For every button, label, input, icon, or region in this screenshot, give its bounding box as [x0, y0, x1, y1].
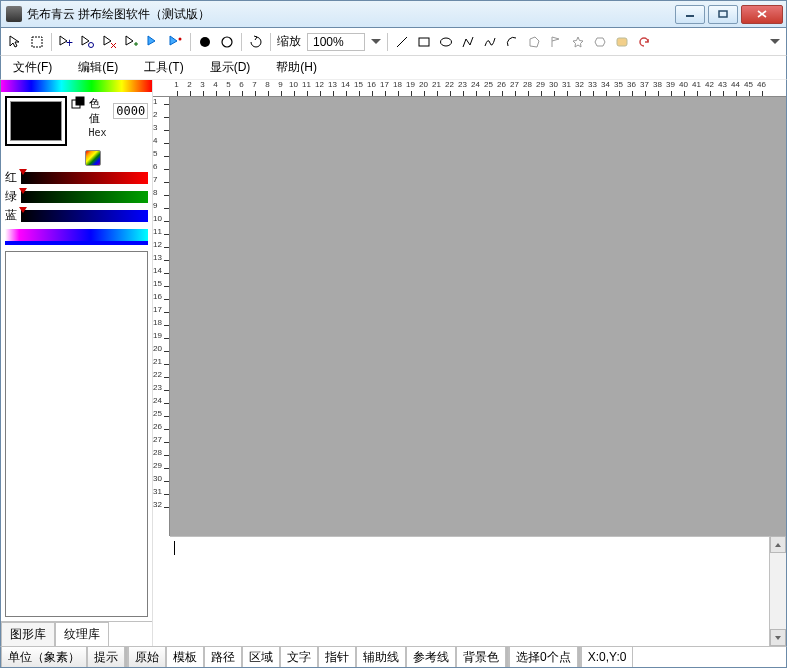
- minimize-button[interactable]: [675, 5, 705, 24]
- add-node-tool-icon[interactable]: +: [58, 34, 74, 50]
- scroll-down-button[interactable]: [770, 629, 786, 646]
- library-list[interactable]: [5, 251, 148, 617]
- ruler-tick: 22: [443, 80, 456, 96]
- svg-line-12: [397, 37, 407, 47]
- edit-node-tool-icon[interactable]: [80, 34, 96, 50]
- status-path[interactable]: 路径: [204, 647, 242, 667]
- ruler-tick: 1: [170, 80, 183, 96]
- ruler-vertical[interactable]: 1234567891011121314151617181920212223242…: [153, 97, 170, 536]
- polygon-tool-icon[interactable]: [526, 34, 542, 50]
- spectrum-strip-mid[interactable]: [5, 229, 148, 245]
- status-refline[interactable]: 参考线: [406, 647, 456, 667]
- rotate-tool-icon[interactable]: [248, 34, 264, 50]
- svg-point-6: [89, 42, 94, 47]
- ruler-tick: 35: [612, 80, 625, 96]
- green-slider[interactable]: [21, 191, 148, 203]
- stroke-circle-tool-icon[interactable]: [219, 34, 235, 50]
- palette-icon[interactable]: [85, 150, 101, 166]
- arc-tool-icon[interactable]: [504, 34, 520, 50]
- undo-icon[interactable]: [636, 34, 652, 50]
- ruler-tick: 2: [153, 110, 169, 123]
- status-guides[interactable]: 辅助线: [356, 647, 406, 667]
- roundrect-tool-icon[interactable]: [614, 34, 630, 50]
- drawing-canvas[interactable]: [170, 97, 786, 536]
- ruler-tick: 32: [573, 80, 586, 96]
- swap-colors-icon[interactable]: [71, 96, 85, 110]
- fill-circle-tool-icon[interactable]: [197, 34, 213, 50]
- selection-tool-icon[interactable]: [29, 34, 45, 50]
- node-tool-b-icon[interactable]: [168, 34, 184, 50]
- ruler-tick: 13: [153, 253, 169, 266]
- line-tool-icon[interactable]: [394, 34, 410, 50]
- ruler-tick: 8: [153, 188, 169, 201]
- status-bgcolor[interactable]: 背景色: [456, 647, 506, 667]
- ruler-tick: 40: [677, 80, 690, 96]
- status-template[interactable]: 模板: [166, 647, 204, 667]
- ruler-tick: 12: [153, 240, 169, 253]
- menu-help[interactable]: 帮助(H): [272, 57, 321, 78]
- move-node-tool-icon[interactable]: [124, 34, 140, 50]
- ellipse-tool-icon[interactable]: [438, 34, 454, 50]
- rect-tool-icon[interactable]: [416, 34, 432, 50]
- ruler-tick: 16: [365, 80, 378, 96]
- r-label: 红: [5, 169, 19, 186]
- status-pointer[interactable]: 指针: [318, 647, 356, 667]
- delete-node-tool-icon[interactable]: [102, 34, 118, 50]
- ruler-tick: 24: [153, 396, 169, 409]
- menu-edit[interactable]: 编辑(E): [74, 57, 122, 78]
- ruler-tick: 1: [153, 97, 169, 110]
- toolbar-overflow-icon[interactable]: [770, 39, 780, 44]
- ruler-tick: 8: [261, 80, 274, 96]
- ruler-tick: 34: [599, 80, 612, 96]
- menu-view[interactable]: 显示(D): [206, 57, 255, 78]
- red-slider[interactable]: [21, 172, 148, 184]
- ruler-tick: 20: [417, 80, 430, 96]
- status-original[interactable]: 原始: [128, 647, 166, 667]
- flag-tool-icon[interactable]: [548, 34, 564, 50]
- status-text[interactable]: 文字: [280, 647, 318, 667]
- pointer-tool-icon[interactable]: [7, 34, 23, 50]
- ruler-tick: 41: [690, 80, 703, 96]
- ruler-tick: 6: [235, 80, 248, 96]
- zoom-value-dropdown[interactable]: 100%: [307, 33, 365, 51]
- ruler-tick: 4: [209, 80, 222, 96]
- maximize-button[interactable]: [708, 5, 738, 24]
- polyline-tool-icon[interactable]: [460, 34, 476, 50]
- svg-point-9: [179, 37, 182, 40]
- tab-shapes[interactable]: 图形库: [1, 622, 55, 646]
- color-swatch-primary[interactable]: [5, 96, 67, 146]
- hex-label: 色值: [89, 96, 111, 126]
- app-icon: [6, 6, 22, 22]
- hexagon-tool-icon[interactable]: [592, 34, 608, 50]
- ruler-tick: 17: [378, 80, 391, 96]
- menu-file[interactable]: 文件(F): [9, 57, 56, 78]
- status-unit[interactable]: 单位（象素）: [1, 647, 87, 667]
- svg-rect-1: [719, 11, 727, 17]
- tab-textures[interactable]: 纹理库: [55, 622, 109, 646]
- ruler-tick: 19: [404, 80, 417, 96]
- spectrum-strip-top[interactable]: [1, 80, 152, 92]
- svg-rect-15: [617, 38, 627, 46]
- ruler-tick: 6: [153, 162, 169, 175]
- hex-sublabel: Hex: [89, 127, 148, 138]
- ruler-horizontal[interactable]: 1234567891011121314151617181920212223242…: [153, 80, 786, 97]
- log-area[interactable]: [170, 536, 786, 646]
- star-tool-icon[interactable]: [570, 34, 586, 50]
- node-tool-a-icon[interactable]: [146, 34, 162, 50]
- ruler-tick: 5: [153, 149, 169, 162]
- ruler-tick: 3: [153, 123, 169, 136]
- toolbar: + 缩放 100%: [0, 28, 787, 56]
- status-region[interactable]: 区域: [242, 647, 280, 667]
- curve-tool-icon[interactable]: [482, 34, 498, 50]
- status-hint[interactable]: 提示: [87, 647, 125, 667]
- ruler-tick: 30: [153, 474, 169, 487]
- blue-slider[interactable]: [21, 210, 148, 222]
- ruler-tick: 26: [495, 80, 508, 96]
- ruler-tick: 12: [313, 80, 326, 96]
- zoom-dropdown-icon[interactable]: [371, 39, 381, 44]
- hex-value-field[interactable]: 0000: [113, 103, 148, 119]
- scroll-up-button[interactable]: [770, 536, 786, 553]
- svg-point-14: [441, 38, 452, 46]
- menu-tool[interactable]: 工具(T): [140, 57, 187, 78]
- close-button[interactable]: [741, 5, 783, 24]
